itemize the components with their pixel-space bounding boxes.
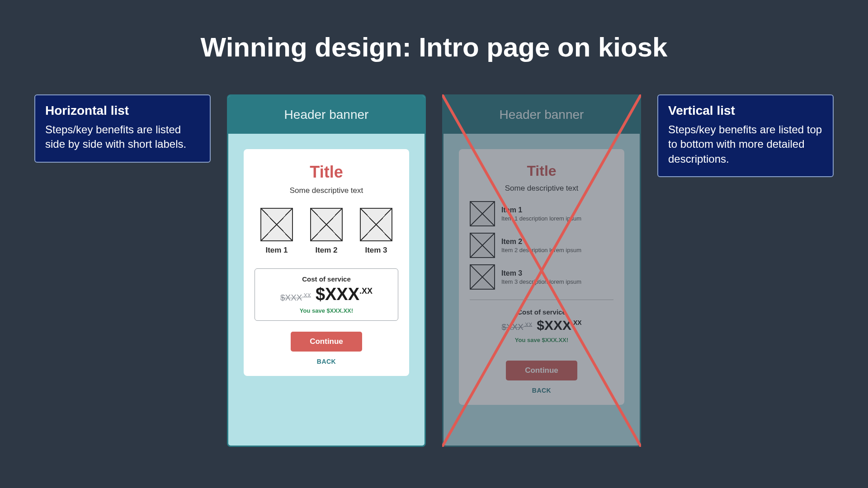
item-text: Item 1 Item 1 description lorem ipsum (501, 206, 581, 222)
kiosk-rejected: Header banner Title Some descriptive tex… (442, 94, 641, 447)
list-item: Item 2 Item 2 description lorem ipsum (470, 233, 613, 258)
old-price-cents: .XX (302, 292, 311, 299)
item-description: Item 1 description lorem ipsum (501, 215, 581, 222)
callout-body: Steps/key benefits are listed side by si… (45, 122, 200, 152)
continue-button[interactable]: Continue (291, 332, 362, 352)
item-label: Item 1 (501, 206, 581, 214)
image-placeholder-icon (310, 208, 343, 241)
card-title: Title (310, 163, 343, 182)
list-item: Item 3 Item 3 description lorem ipsum (470, 264, 613, 290)
comparison-stage: Horizontal list Steps/key benefits are l… (0, 94, 868, 447)
list-item: Item 1 Item 1 description lorem ipsum (470, 201, 613, 226)
header-banner: Header banner (443, 96, 640, 134)
item-text: Item 2 Item 2 description lorem ipsum (501, 238, 581, 253)
cost-box: Cost of service $XXX.XX $XXX.XX You save… (470, 300, 613, 350)
list-item: Item 1 (260, 208, 293, 255)
new-price: $XXX.XX (316, 286, 373, 303)
new-price-cents: .XX (571, 319, 582, 326)
callout-body: Steps/key benefits are listed top to bot… (668, 122, 823, 166)
back-button[interactable]: BACK (532, 387, 551, 394)
item-label: Item 2 (315, 246, 337, 255)
old-price-main: $XXX (280, 293, 302, 302)
back-button[interactable]: BACK (317, 358, 336, 365)
image-placeholder-icon (470, 201, 495, 226)
price-row: $XXX.XX $XXX.XX (474, 319, 609, 332)
old-price-cents: .XX (524, 322, 532, 328)
image-placeholder-icon (360, 208, 392, 241)
continue-button[interactable]: Continue (506, 361, 577, 380)
item-label: Item 3 (365, 246, 387, 255)
new-price-main: $XXX (537, 318, 571, 333)
card-title: Title (527, 163, 556, 179)
image-placeholder-icon (470, 233, 495, 258)
item-label: Item 1 (265, 246, 288, 255)
cost-label: Cost of service (474, 308, 609, 316)
callout-horizontal-list: Horizontal list Steps/key benefits are l… (34, 94, 211, 163)
item-description: Item 2 description lorem ipsum (501, 247, 581, 253)
list-item: Item 2 (310, 208, 343, 255)
kiosk-rejected-wrap: Header banner Title Some descriptive tex… (442, 94, 641, 447)
image-placeholder-icon (260, 208, 293, 241)
cost-label: Cost of service (259, 275, 393, 283)
new-price-main: $XXX (316, 285, 359, 304)
old-price: $XXX.XX (280, 292, 311, 303)
list-item: Item 3 (360, 208, 392, 255)
item-text: Item 3 Item 3 description lorem ipsum (501, 269, 581, 285)
callout-heading: Horizontal list (45, 103, 200, 118)
item-label: Item 3 (501, 269, 581, 277)
image-placeholder-icon (470, 264, 495, 290)
header-banner: Header banner (228, 96, 425, 134)
savings-text: You save $XXX.XX! (259, 307, 393, 314)
new-price: $XXX.XX (537, 319, 581, 332)
item-label: Item 2 (501, 238, 581, 246)
vertical-item-list: Item 1 Item 1 description lorem ipsum It… (470, 201, 613, 290)
callout-vertical-list: Vertical list Steps/key benefits are lis… (657, 94, 834, 177)
page-title: Winning design: Intro page on kiosk (0, 0, 868, 63)
price-row: $XXX.XX $XXX.XX (259, 286, 393, 303)
callout-heading: Vertical list (668, 103, 823, 118)
savings-text: You save $XXX.XX! (474, 337, 609, 343)
horizontal-item-row: Item 1 Item 2 Item 3 (260, 208, 392, 255)
old-price-main: $XXX (501, 322, 524, 332)
new-price-cents: .XX (359, 286, 373, 296)
kiosk-winning: Header banner Title Some descriptive tex… (227, 94, 426, 447)
intro-card: Title Some descriptive text Item 1 Item … (459, 149, 624, 405)
card-subtitle: Some descriptive text (505, 184, 579, 193)
card-subtitle: Some descriptive text (290, 186, 363, 195)
cost-box: Cost of service $XXX.XX $XXX.XX You save… (255, 268, 398, 321)
old-price: $XXX.XX (501, 322, 532, 332)
item-description: Item 3 description lorem ipsum (501, 278, 581, 285)
intro-card: Title Some descriptive text Item 1 Item … (244, 149, 409, 376)
